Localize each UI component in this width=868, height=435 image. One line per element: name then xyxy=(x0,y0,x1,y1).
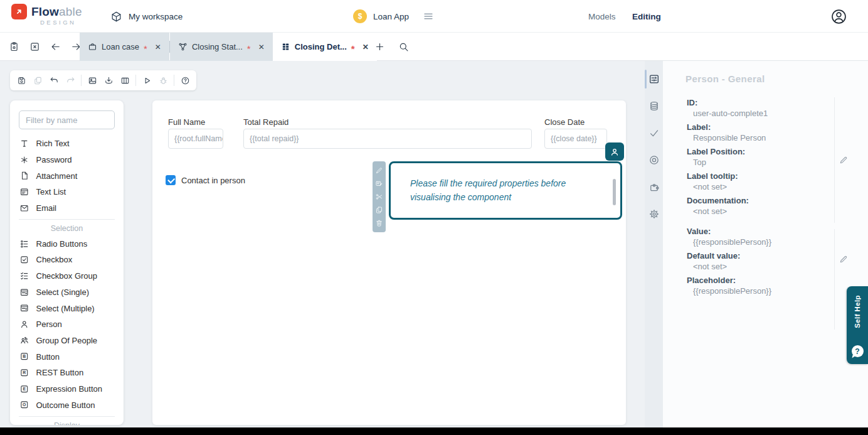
columns-button[interactable] xyxy=(117,72,133,89)
gear-tab[interactable] xyxy=(645,208,663,220)
palette-item-checkbox[interactable]: Checkbox xyxy=(10,252,124,268)
group-of-people-icon xyxy=(19,336,29,346)
duplicate-button[interactable] xyxy=(375,206,383,214)
tab-close-icon[interactable]: ✕ xyxy=(258,43,265,51)
property-row-id: ID:user-auto-complete1 xyxy=(687,97,828,119)
widget-scrollbar-thumb[interactable] xyxy=(613,179,616,205)
property-value: user-auto-complete1 xyxy=(687,108,828,119)
eye-tab[interactable] xyxy=(645,154,663,166)
save-button[interactable] xyxy=(13,72,29,89)
prop-group-2: Value:{{responsiblePerson}}Default value… xyxy=(687,226,828,299)
selected-person-widget[interactable]: Please fill the required properties befo… xyxy=(389,161,622,220)
palette-item-label: Checkbox Group xyxy=(36,271,98,281)
palette-item-expression-button[interactable]: Expression Button xyxy=(10,381,124,397)
database-tab[interactable] xyxy=(645,100,663,112)
play-button[interactable] xyxy=(139,72,155,89)
save-all-button[interactable] xyxy=(9,41,19,52)
tab-close-icon[interactable]: ✕ xyxy=(363,43,369,51)
flowable-logo: Flowable DESIGN xyxy=(11,4,82,26)
palette-item-button[interactable]: Button xyxy=(10,348,124,365)
field-input-full-name[interactable]: {{root.fullName}} xyxy=(168,129,223,149)
field-input-close-date[interactable]: {{close date}} xyxy=(544,129,607,149)
contact-checkbox-row: Contact in person xyxy=(166,175,245,185)
rest-button-icon xyxy=(19,368,29,378)
scissors-button[interactable] xyxy=(375,193,383,201)
puzzle-tab[interactable] xyxy=(645,181,663,193)
palette-item-attachment[interactable]: Attachment xyxy=(10,168,124,184)
edit-general-pencil-icon[interactable] xyxy=(839,155,849,165)
undo-button[interactable] xyxy=(46,72,62,89)
palette-item-email[interactable]: Email xyxy=(10,200,124,217)
email-icon xyxy=(19,203,29,213)
plus-button[interactable] xyxy=(374,41,385,52)
import-button[interactable] xyxy=(100,72,117,89)
palette-item-label: Outcome Button xyxy=(36,400,95,410)
eye-icon xyxy=(648,154,660,166)
cube-icon xyxy=(110,11,122,23)
tab-loan-case[interactable]: Loan case*✕ xyxy=(80,33,169,61)
window-buttons xyxy=(9,33,82,61)
copy-button[interactable] xyxy=(29,72,46,89)
palette-item-outcome-button[interactable]: Outcome Button xyxy=(10,397,124,413)
search-button[interactable] xyxy=(398,41,409,52)
palette-item-rich-text[interactable]: Rich Text xyxy=(10,136,124,152)
form-properties-tab[interactable] xyxy=(645,73,663,85)
palette-item-rest-button[interactable]: REST Button xyxy=(10,365,124,381)
tab-close-icon[interactable]: ✕ xyxy=(155,43,161,51)
scissors-icon xyxy=(375,193,383,201)
edit-value-pencil-icon[interactable] xyxy=(839,254,849,264)
tab-closing-det[interactable]: Closing Det...*✕ xyxy=(273,33,377,61)
palette-item-radio-buttons[interactable]: Radio Buttons xyxy=(10,235,124,252)
app-coin-icon: $ xyxy=(353,9,367,23)
palette-item-select-single[interactable]: Select (Single) xyxy=(10,284,124,301)
palette-item-label: Select (Single) xyxy=(36,287,90,297)
avatar-icon xyxy=(830,8,847,25)
hamburger-menu-icon[interactable] xyxy=(423,11,434,22)
note-edit-button[interactable] xyxy=(375,180,383,188)
nav-models[interactable]: Models xyxy=(588,0,616,33)
tab-actions xyxy=(374,33,409,61)
palette-item-select-multiple[interactable]: Select (Multiple) xyxy=(10,300,124,316)
tab-closing-stat[interactable]: Closing Stat...*✕ xyxy=(170,33,273,61)
undo-icon xyxy=(50,76,59,85)
toolbar-divider xyxy=(135,75,136,86)
property-label: ID: xyxy=(687,97,828,108)
debug-button[interactable] xyxy=(155,72,171,89)
nav-editing[interactable]: Editing xyxy=(632,0,661,33)
tab-label: Closing Stat... xyxy=(192,42,243,51)
button-icon xyxy=(19,352,29,362)
palette-item-password[interactable]: Password xyxy=(10,152,124,168)
close-all-button[interactable] xyxy=(29,41,40,52)
redo-button[interactable] xyxy=(62,72,78,89)
palette-item-label: Checkbox xyxy=(36,255,73,264)
trash-icon xyxy=(375,219,383,227)
palette-item-group-of-people[interactable]: Group Of People xyxy=(10,333,124,349)
image-button[interactable] xyxy=(84,72,100,89)
palette-item-label: Expression Button xyxy=(36,384,103,394)
app-switcher[interactable]: $ Loan App xyxy=(353,0,434,33)
palette-item-label: Email xyxy=(36,203,57,213)
database-icon xyxy=(648,100,660,112)
property-value: {{responsiblePerson}} xyxy=(687,286,828,296)
field-input-total-repaid[interactable]: {{total repaid}} xyxy=(243,129,532,149)
arrow-left-button[interactable] xyxy=(50,41,61,52)
property-row-default-value: Default value:<not set> xyxy=(687,250,828,272)
user-avatar[interactable] xyxy=(830,8,847,25)
check-tab[interactable] xyxy=(645,127,663,139)
widget-placeholder-message: Please fill the required properties befo… xyxy=(410,177,592,204)
workspace-selector[interactable]: My workspace xyxy=(110,0,183,33)
help-button[interactable] xyxy=(177,72,193,89)
palette-item-checkbox-group[interactable]: Checkbox Group xyxy=(10,268,124,284)
palette-item-text-list[interactable]: Text List xyxy=(10,184,124,200)
columns-icon xyxy=(120,76,130,85)
palette-item-person[interactable]: Person xyxy=(10,316,124,333)
filter-input[interactable] xyxy=(19,110,115,129)
trash-button[interactable] xyxy=(375,219,383,227)
arrow-left-icon xyxy=(50,41,61,52)
palette-item-label: Attachment xyxy=(36,171,78,181)
self-help-button[interactable]: Self Help ? xyxy=(847,286,868,364)
contact-checkbox[interactable] xyxy=(166,175,176,185)
pencil-button[interactable] xyxy=(375,166,383,175)
property-label: Documentation: xyxy=(687,195,828,206)
prop-group-1: ID:user-auto-complete1Label:Responsible … xyxy=(687,97,828,220)
